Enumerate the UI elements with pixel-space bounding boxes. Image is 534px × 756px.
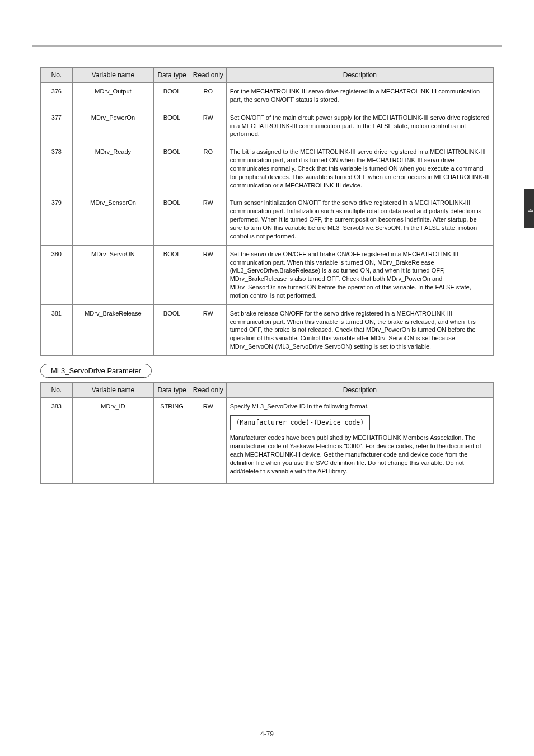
- col-head-ro: Read only: [190, 382, 226, 397]
- col-head-type: Data type: [154, 68, 190, 83]
- cell-type: BOOL: [154, 304, 190, 355]
- table-row: 381 MDrv_BrakeRelease BOOL RW Set brake …: [41, 304, 494, 355]
- variables-table-1: No. Variable name Data type Read only De…: [40, 67, 494, 356]
- cell-name: MDrv_ID: [72, 397, 154, 483]
- desc-pre: Specify ML3_ServoDrive ID in the followi…: [230, 402, 490, 411]
- table-head-row: No. Variable name Data type Read only De…: [41, 382, 494, 397]
- table-row: 383 MDrv_ID STRING RW Specify ML3_ServoD…: [41, 397, 494, 483]
- cell-no: 377: [41, 109, 73, 143]
- cell-ro: RW: [190, 194, 226, 245]
- col-head-name: Variable name: [72, 382, 154, 397]
- cell-no: 381: [41, 304, 73, 355]
- cell-no: 376: [41, 83, 73, 109]
- section-head-parameter: ML3_ServoDrive.Parameter: [40, 364, 152, 378]
- cell-name: MDrv_PowerOn: [72, 109, 154, 143]
- chapter-side-tab: 4: [524, 189, 534, 228]
- cell-desc: Set the servo drive ON/OFF and brake ON/…: [226, 245, 493, 304]
- cell-name: MDrv_Ready: [72, 143, 154, 194]
- cell-name: MDrv_BrakeRelease: [72, 304, 154, 355]
- cell-type: BOOL: [154, 83, 190, 109]
- cell-type: BOOL: [154, 143, 190, 194]
- cell-type: STRING: [154, 397, 190, 483]
- cell-desc: Set ON/OFF of the main circuit power sup…: [226, 109, 493, 143]
- col-head-ro: Read only: [190, 68, 226, 83]
- cell-desc: Set brake release ON/OFF for the servo d…: [226, 304, 493, 355]
- page-number: 4-79: [0, 730, 534, 738]
- col-head-name: Variable name: [72, 68, 154, 83]
- cell-type: BOOL: [154, 194, 190, 245]
- col-head-type: Data type: [154, 382, 190, 397]
- cell-no: 383: [41, 397, 73, 483]
- cell-ro: RW: [190, 245, 226, 304]
- cell-type: BOOL: [154, 109, 190, 143]
- cell-desc: Specify ML3_ServoDrive ID in the followi…: [226, 397, 493, 483]
- cell-no: 378: [41, 143, 73, 194]
- table-head-row: No. Variable name Data type Read only De…: [41, 68, 494, 83]
- col-head-desc: Description: [226, 68, 493, 83]
- cell-desc: Turn sensor initialization ON/OFF for th…: [226, 194, 493, 245]
- cell-ro: RW: [190, 304, 226, 355]
- table-row: 376 MDrv_Output BOOL RO For the MECHATRO…: [41, 83, 494, 109]
- table-row: 380 MDrv_ServoON BOOL RW Set the servo d…: [41, 245, 494, 304]
- top-horizontal-rule: [32, 45, 502, 47]
- cell-ro: RO: [190, 83, 226, 109]
- cell-ro: RW: [190, 109, 226, 143]
- cell-desc: The bit is assigned to the MECHATROLINK-…: [226, 143, 493, 194]
- desc-post: Manufacturer codes have been published b…: [230, 434, 490, 475]
- page-content: No. Variable name Data type Read only De…: [40, 67, 494, 484]
- id-format-box: (Manufacturer code)-(Device code): [230, 415, 370, 431]
- cell-name: MDrv_SensorOn: [72, 194, 154, 245]
- cell-name: MDrv_Output: [72, 83, 154, 109]
- table-row: 379 MDrv_SensorOn BOOL RW Turn sensor in…: [41, 194, 494, 245]
- table-row: 377 MDrv_PowerOn BOOL RW Set ON/OFF of t…: [41, 109, 494, 143]
- cell-no: 379: [41, 194, 73, 245]
- col-head-no: No.: [41, 68, 73, 83]
- col-head-desc: Description: [226, 382, 493, 397]
- cell-ro: RO: [190, 143, 226, 194]
- cell-desc: For the MECHATROLINK-III servo drive reg…: [226, 83, 493, 109]
- cell-no: 380: [41, 245, 73, 304]
- cell-name: MDrv_ServoON: [72, 245, 154, 304]
- col-head-no: No.: [41, 382, 73, 397]
- cell-type: BOOL: [154, 245, 190, 304]
- table-row: 378 MDrv_Ready BOOL RO The bit is assign…: [41, 143, 494, 194]
- cell-ro: RW: [190, 397, 226, 483]
- variables-table-2: No. Variable name Data type Read only De…: [40, 382, 494, 484]
